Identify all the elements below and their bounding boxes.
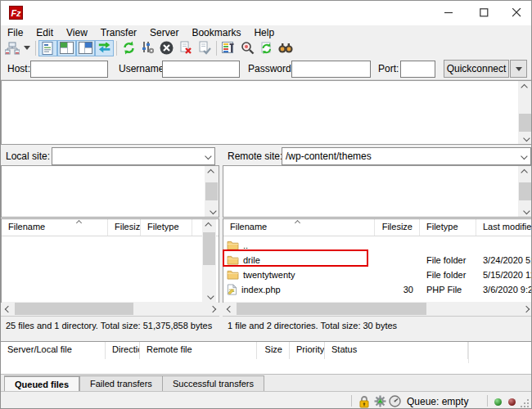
remote-tree-vscrollbar[interactable] [518,166,532,217]
remote-list-hscrollbar[interactable] [223,302,532,316]
host-input[interactable] [30,61,108,78]
find-files-button[interactable] [276,40,295,56]
remote-file-row-drile[interactable]: drile File folder 3/24/2020 5:0 [223,253,532,267]
process-queue-button[interactable] [138,40,157,56]
message-log-vscrollbar[interactable] [518,81,532,144]
menu-view[interactable]: View [60,26,94,39]
menu-edit[interactable]: Edit [29,26,60,39]
menu-transfer[interactable]: Transfer [94,26,143,39]
scroll-up-icon[interactable] [518,166,532,178]
site-manager-dropdown-button[interactable] [21,40,33,56]
scrollbar-thumb[interactable] [519,182,531,200]
local-list-hscrollbar[interactable] [2,302,219,316]
local-list-header: Filename Filesize Filetype [2,219,219,236]
directory-filter-button[interactable] [238,40,257,56]
toggle-transfer-queue-button[interactable] [95,40,114,56]
speed-gauge-icon[interactable] [389,395,401,407]
tab-failed-transfers[interactable]: Failed transfers [79,375,163,392]
queue-header: Server/Local file Direction Remote file … [1,342,532,359]
scroll-right-icon[interactable] [206,302,219,316]
queue-column-remotefile[interactable]: Remote file [140,342,257,359]
message-log [1,80,532,145]
queue-column-status[interactable]: Status [325,342,468,359]
status-bar: Queue: empty [1,391,531,409]
quickconnect-dropdown-button[interactable] [510,60,527,78]
filezilla-window: Fz File Edit View Transfer Server Bookma… [0,0,532,409]
remote-list-header: Filename Filesize Filetype Last modified [223,219,532,236]
remote-site-combobox[interactable]: /wp-content/themes [282,147,531,165]
local-column-filesize[interactable]: Filesize [108,219,141,236]
transfer-queue: Server/Local file Direction Remote file … [1,341,531,374]
local-status-bar: 25 files and 1 directory. Total size: 51… [1,316,219,335]
port-input[interactable] [400,61,435,78]
remote-file-row[interactable]: index.php 30 PHP File 3/6/2020 9:23 [223,282,532,297]
remote-file-row[interactable]: .. [223,238,532,253]
queue-column-priority[interactable]: Priority [290,342,325,359]
toggle-message-log-button[interactable] [38,40,57,56]
reconnect-button[interactable] [195,40,214,56]
synchronized-browsing-button[interactable] [257,40,276,56]
scroll-down-icon[interactable] [205,204,219,217]
remote-column-filesize[interactable]: Filesize [375,219,420,236]
menu-server[interactable]: Server [143,26,185,39]
local-list-vscrollbar[interactable] [202,219,216,302]
close-button[interactable] [501,1,532,25]
queue-column-direction[interactable]: Direction [106,342,140,359]
scroll-left-icon[interactable] [223,302,236,316]
menu-bookmarks[interactable]: Bookmarks [185,26,247,39]
toggle-local-tree-button[interactable] [57,40,76,56]
resize-grip[interactable] [521,399,529,407]
local-site-combobox[interactable] [52,147,215,165]
username-input[interactable] [162,61,240,78]
file-size: 30 [375,285,420,294]
scroll-down-icon[interactable] [518,204,532,217]
folder-icon [227,270,239,280]
toolbar-separator [216,41,217,56]
gear-icon[interactable] [374,395,386,407]
minimize-button[interactable] [433,1,464,25]
remote-column-lastmodified[interactable]: Last modified [476,219,532,236]
refresh-button[interactable] [119,40,138,56]
scrollbar-thumb[interactable] [203,232,215,265]
queue-column-size[interactable]: Size [257,342,290,359]
tab-successful-transfers[interactable]: Successful transfers [162,375,264,392]
local-column-filetype[interactable]: Filetype [141,219,192,236]
scroll-right-icon[interactable] [520,302,532,316]
queue-column-serverlocal[interactable]: Server/Local file [1,342,106,359]
local-tree-vscrollbar[interactable] [205,166,219,217]
remote-column-filetype[interactable]: Filetype [420,219,476,236]
scroll-down-icon[interactable] [202,290,216,302]
directory-comparison-button[interactable] [219,40,238,56]
local-column-filename[interactable]: Filename [2,219,108,236]
file-modified: 5/15/2020 12: [476,270,532,280]
site-manager-button[interactable] [2,40,21,56]
scroll-up-icon[interactable] [518,81,532,93]
quickconnect-bar: Host: Username: Password: Port: Quickcon… [1,56,531,80]
remote-site-value: /wp-content/themes [286,151,372,162]
scrollbar-thumb[interactable] [237,303,426,315]
queue-column-divider [468,342,469,363]
menu-help[interactable]: Help [247,26,281,39]
tab-queued-files[interactable]: Queued files [4,375,79,392]
scroll-left-icon[interactable] [2,302,14,316]
remote-site-label: Remote site: [228,151,282,162]
menu-file[interactable]: File [1,26,29,39]
username-label: Username: [119,63,167,74]
password-input[interactable] [291,61,371,78]
scroll-up-icon[interactable] [202,219,216,231]
maximize-button[interactable] [468,1,499,25]
scrollbar-thumb[interactable] [205,182,218,200]
quickconnect-button[interactable]: Quickconnect [444,60,509,78]
scroll-up-icon[interactable] [205,166,219,178]
scrollbar-thumb[interactable] [15,303,133,315]
local-site-label: Local site: [6,151,50,162]
toggle-remote-tree-button[interactable] [76,40,95,56]
remote-file-row[interactable]: twentytwenty File folder 5/15/2020 12: [223,267,532,282]
folder-icon [227,240,239,250]
scrollbar-thumb[interactable] [519,114,531,132]
scroll-down-icon[interactable] [518,132,532,144]
panel-splitter[interactable] [219,147,223,335]
cancel-button[interactable] [157,40,176,56]
disconnect-button[interactable] [176,40,195,56]
file-name: drile [243,255,260,265]
